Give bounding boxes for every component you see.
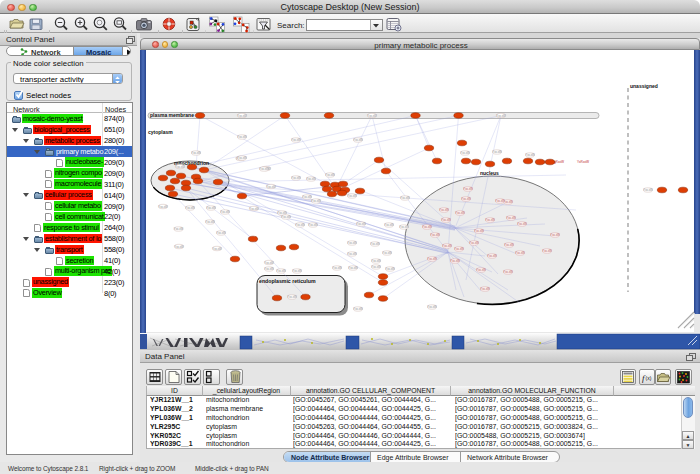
svg-text:Yxx-xW: Yxx-xW xyxy=(291,176,301,180)
svg-text:Yxx-xW: Yxx-xW xyxy=(503,200,513,204)
svg-text:Yxx-xW: Yxx-xW xyxy=(496,114,506,118)
svg-text:Yxx-xW: Yxx-xW xyxy=(463,187,473,191)
svg-text:Yxx-xW: Yxx-xW xyxy=(174,245,184,249)
svg-text:Yxx-xW: Yxx-xW xyxy=(276,269,286,273)
svg-text:Yxx-xW: Yxx-xW xyxy=(371,259,381,263)
svg-text:Yxx-xW: Yxx-xW xyxy=(237,156,247,160)
svg-text:Yxx-xW: Yxx-xW xyxy=(422,225,432,229)
svg-text:Yxx-xW: Yxx-xW xyxy=(476,268,486,272)
svg-text:Yxx-xW: Yxx-xW xyxy=(542,249,552,253)
svg-text:Yxx-xW: Yxx-xW xyxy=(264,267,274,271)
svg-text:Yxx-xW: Yxx-xW xyxy=(356,222,366,226)
svg-text:(x): (x) xyxy=(646,375,652,381)
svg-text:Yxx-xW: Yxx-xW xyxy=(347,252,357,256)
svg-text:endoplasmic reticulum: endoplasmic reticulum xyxy=(259,278,316,284)
svg-text:Yxx-xW: Yxx-xW xyxy=(292,269,302,273)
svg-text:Yxx-xW: Yxx-xW xyxy=(515,251,525,255)
svg-text:Yxx-xW: Yxx-xW xyxy=(550,233,560,237)
svg-text:Yxx-xW: Yxx-xW xyxy=(347,241,357,245)
svg-text:Yxx-xW: Yxx-xW xyxy=(474,229,484,233)
svg-text:Yxx-xW: Yxx-xW xyxy=(427,257,437,261)
svg-text:Yxx-xW: Yxx-xW xyxy=(348,266,358,270)
svg-text:Yxx-xW: Yxx-xW xyxy=(399,225,409,229)
svg-text:Yxx-xW: Yxx-xW xyxy=(259,167,269,171)
svg-text:Yxx-xW: Yxx-xW xyxy=(308,223,318,227)
svg-text:Yxx-xW: Yxx-xW xyxy=(175,165,185,169)
svg-text:Yxx-xW: Yxx-xW xyxy=(353,138,363,142)
svg-text:Yxx-xW: Yxx-xW xyxy=(371,265,381,269)
svg-text:Yxx-xW: Yxx-xW xyxy=(441,218,451,222)
svg-text:Yxx-xW: Yxx-xW xyxy=(469,241,479,245)
svg-text:Yxx-xW: Yxx-xW xyxy=(455,211,465,215)
svg-text:Yxx-xW: Yxx-xW xyxy=(384,223,394,227)
svg-text:Yxx-xW: Yxx-xW xyxy=(237,135,247,139)
svg-text:Yxx-xW: Yxx-xW xyxy=(442,244,452,248)
svg-text:unassigned: unassigned xyxy=(630,83,658,89)
svg-text:Yxx-xW: Yxx-xW xyxy=(643,188,653,192)
svg-text:Yxx-xW: Yxx-xW xyxy=(277,211,287,215)
svg-text:Yxx-xW: Yxx-xW xyxy=(506,216,516,220)
svg-text:Yxx-xW: Yxx-xW xyxy=(205,220,215,224)
svg-text:Yxx-xW: Yxx-xW xyxy=(291,138,301,142)
svg-text:Yxx-xW: Yxx-xW xyxy=(311,199,321,203)
svg-text:Yxx-xW: Yxx-xW xyxy=(264,261,274,265)
svg-text:Yxx-xW: Yxx-xW xyxy=(504,243,514,247)
svg-text:Yxx-xW: Yxx-xW xyxy=(353,307,363,311)
svg-text:Yxx-xW: Yxx-xW xyxy=(206,206,216,210)
svg-text:YxRxxW: YxRxxW xyxy=(577,160,589,164)
svg-text:Yxx-xW: Yxx-xW xyxy=(367,114,377,118)
svg-text:Yxx-xW: Yxx-xW xyxy=(158,205,168,209)
svg-text:Yxx-xW: Yxx-xW xyxy=(220,210,230,214)
svg-text:Yxx-xW: Yxx-xW xyxy=(450,259,460,263)
svg-text:Yxx-xW: Yxx-xW xyxy=(302,195,312,199)
svg-text:Yxx-xW: Yxx-xW xyxy=(492,150,502,154)
svg-text:Yxx-xW: Yxx-xW xyxy=(400,196,410,200)
svg-text:Yxx-xW: Yxx-xW xyxy=(216,231,226,235)
svg-text:Yxx-xW: Yxx-xW xyxy=(295,223,305,227)
svg-text:Yxx-xW: Yxx-xW xyxy=(332,266,342,270)
svg-text:Yxx-xW: Yxx-xW xyxy=(370,242,380,246)
svg-text:Yxx-xW: Yxx-xW xyxy=(347,194,357,198)
svg-text:Yxx-xW: Yxx-xW xyxy=(266,185,276,189)
svg-text:Yxx-xW: Yxx-xW xyxy=(185,206,195,210)
svg-text:Yxx-xW: Yxx-xW xyxy=(461,197,471,201)
svg-text:Yxx-xW: Yxx-xW xyxy=(191,151,201,155)
svg-text:Yxx-xW: Yxx-xW xyxy=(382,251,392,255)
svg-text:Yxx-xW: Yxx-xW xyxy=(212,247,222,251)
svg-text:Yxx-xW: Yxx-xW xyxy=(460,151,470,155)
svg-text:Yxx-xW: Yxx-xW xyxy=(487,254,497,258)
svg-text:cytoplasm: cytoplasm xyxy=(148,129,173,135)
svg-text:Yxx-xW: Yxx-xW xyxy=(237,114,247,118)
svg-text:Yxx-xW: Yxx-xW xyxy=(281,215,291,219)
svg-text:Yxx-xW: Yxx-xW xyxy=(439,208,449,212)
svg-text:Yxx-xW: Yxx-xW xyxy=(249,207,259,211)
svg-text:Yxx-xW: Yxx-xW xyxy=(480,287,490,291)
svg-text:plasma membrane: plasma membrane xyxy=(150,112,194,118)
svg-text:Yxx-xW: Yxx-xW xyxy=(325,173,335,177)
svg-text:Yxx-xW: Yxx-xW xyxy=(174,227,184,231)
svg-text:Yxx-xW: Yxx-xW xyxy=(454,247,464,251)
svg-text:Yxx-xW: Yxx-xW xyxy=(517,222,527,226)
svg-text:Yxx-xW: Yxx-xW xyxy=(427,305,437,309)
svg-text:Yxx-xW: Yxx-xW xyxy=(287,295,297,299)
svg-text:Yxx-xW: Yxx-xW xyxy=(503,270,513,274)
svg-text:Yxx-xW: Yxx-xW xyxy=(525,153,535,157)
svg-text:nucleus: nucleus xyxy=(480,170,499,176)
svg-text:Yxx-xW: Yxx-xW xyxy=(430,233,440,237)
svg-text:Yxx-xW: Yxx-xW xyxy=(485,218,495,222)
svg-text:Yxx-xW: Yxx-xW xyxy=(495,199,505,203)
svg-text:Yxx-xW: Yxx-xW xyxy=(385,267,395,271)
svg-text:Yxx-xW: Yxx-xW xyxy=(306,177,316,181)
